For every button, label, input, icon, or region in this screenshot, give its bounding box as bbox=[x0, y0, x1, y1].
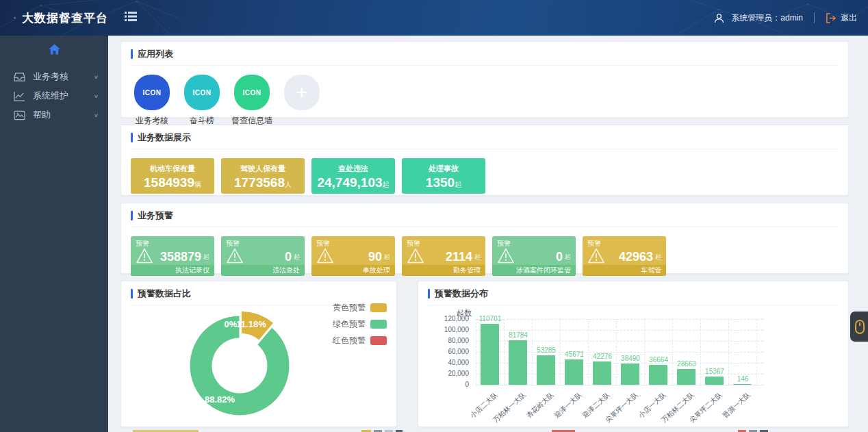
warning-cards-row: 预警358879起执法记录仪预警0起违法查处预警90起事故处理预警2114起勤务… bbox=[131, 236, 839, 276]
warning-card-body: 358879起 bbox=[136, 248, 209, 266]
warning-triangle-icon bbox=[136, 248, 153, 266]
sidebar-menu: 业务考核∨系统维护∨帮助∨ bbox=[0, 62, 108, 125]
app-icon-text: ICON bbox=[193, 89, 212, 97]
bar-value-label: 81784 bbox=[498, 331, 539, 339]
section-header: 应用列表 bbox=[131, 48, 839, 66]
warning-card-5: 预警0起涉酒案件闭环监管 bbox=[492, 236, 576, 276]
data-card-value: 1773568人 bbox=[234, 176, 292, 189]
warning-triangle-icon bbox=[226, 248, 244, 266]
warning-triangle-icon bbox=[587, 248, 605, 266]
logout-icon bbox=[826, 13, 837, 23]
app-item-1[interactable]: ICON业务考核 bbox=[131, 75, 173, 127]
sidebar-home-button[interactable] bbox=[0, 36, 108, 62]
donut-chart: 11.18%88.82%0% bbox=[131, 307, 387, 420]
warning-badge: 预警 bbox=[136, 239, 149, 249]
bar bbox=[537, 355, 555, 385]
title-accent-bar bbox=[131, 289, 133, 298]
y-tick-label: 0 bbox=[428, 381, 469, 388]
logout-button[interactable]: 退出 bbox=[826, 12, 857, 24]
warning-card-4: 预警2114起勤务管理 bbox=[402, 236, 485, 276]
warning-card-2: 预警0起违法查处 bbox=[221, 236, 305, 276]
warning-card-value: 2114 bbox=[446, 250, 472, 264]
chevron-down-icon: ∨ bbox=[94, 112, 99, 118]
y-tick-label: 60,000 bbox=[428, 348, 469, 355]
section-header: 业务预警 bbox=[131, 209, 839, 227]
plus-icon: + bbox=[284, 75, 320, 110]
bar bbox=[705, 377, 724, 385]
value-text: 1350 bbox=[426, 175, 455, 190]
warning-card-label: 执法记录仪 bbox=[131, 265, 214, 276]
warning-card-unit: 起 bbox=[565, 253, 571, 262]
app-item-2[interactable]: ICON奋斗榜 bbox=[181, 75, 223, 127]
warning-card-label: 涉酒案件闭环监管 bbox=[492, 265, 576, 276]
bar-value-label: 15367 bbox=[694, 368, 735, 375]
section-header: 预警数据分布 bbox=[428, 288, 839, 305]
app-item-3[interactable]: ICON督查信息墙 bbox=[231, 75, 273, 127]
grid-line bbox=[672, 319, 673, 385]
pie-percentage-label: 11.18% bbox=[236, 319, 266, 329]
value-text: 1584939 bbox=[144, 175, 194, 190]
value-unit: 起 bbox=[383, 181, 390, 188]
title-accent-bar bbox=[428, 289, 430, 298]
sidebar-item-2[interactable]: 系统维护∨ bbox=[0, 86, 108, 105]
sidebar-item-3[interactable]: 帮助∨ bbox=[0, 105, 108, 125]
add-app-button[interactable]: + bbox=[281, 75, 323, 127]
value-text: 1773568 bbox=[234, 175, 285, 190]
warning-panel: 业务预警 预警358879起执法记录仪预警0起违法查处预警90起事故处理预警21… bbox=[120, 203, 849, 274]
warning-card-label: 事故处理 bbox=[311, 265, 395, 276]
warning-card-1: 预警358879起执法记录仪 bbox=[131, 236, 214, 276]
user-account-label[interactable]: 系统管理员：admin bbox=[731, 12, 803, 24]
donut-chart-svg: 11.18%88.82%0% bbox=[131, 307, 363, 418]
warning-badge: 预警 bbox=[407, 239, 420, 249]
section-title: 业务预警 bbox=[138, 209, 173, 222]
app-icon: ICON bbox=[134, 75, 170, 110]
section-title: 业务数据展示 bbox=[138, 131, 191, 144]
title-accent-bar bbox=[131, 133, 133, 142]
chevron-down-icon: ∨ bbox=[94, 74, 99, 80]
y-tick-label: 40,000 bbox=[428, 359, 469, 366]
bar-chart: 起数 020,00040,00060,00080,000100,000120,0… bbox=[428, 308, 839, 424]
bar-chart-panel: 预警数据分布 起数 020,00040,00060,00080,000100,0… bbox=[418, 281, 849, 427]
warning-card-body: 0起 bbox=[226, 248, 300, 266]
bar-value-label: 146 bbox=[722, 375, 763, 383]
x-category-label: 迎泽一大队 bbox=[552, 390, 585, 420]
hamburger-list-icon bbox=[125, 11, 137, 22]
bar bbox=[509, 340, 527, 385]
line-chart-icon bbox=[14, 90, 26, 102]
warning-card-6: 预警42963起车驾管 bbox=[583, 236, 666, 276]
sidebar-item-1[interactable]: 业务考核∨ bbox=[0, 67, 108, 86]
warning-badge: 预警 bbox=[497, 239, 511, 249]
warning-card-label: 勤务管理 bbox=[402, 265, 485, 276]
warning-badge: 预警 bbox=[587, 239, 601, 249]
grid-line bbox=[616, 319, 617, 385]
app-icon-text: ICON bbox=[143, 89, 162, 97]
warning-card-3: 预警90起事故处理 bbox=[311, 236, 395, 276]
warning-card-label: 车驾管 bbox=[583, 265, 666, 276]
warning-badge: 预警 bbox=[226, 239, 240, 249]
pie-chart-panel: 预警数据占比 黄色预警绿色预警红色预警 11.18%88.82%0% bbox=[120, 281, 397, 427]
value-text: 24,749,103 bbox=[317, 175, 382, 190]
home-icon bbox=[49, 44, 60, 55]
floating-widget-button[interactable] bbox=[850, 312, 868, 342]
warning-badge: 预警 bbox=[316, 239, 330, 249]
apps-row: ICON业务考核ICON奋斗榜ICON督查信息墙+ bbox=[131, 75, 839, 127]
grid-line bbox=[476, 319, 763, 320]
warning-card-value: 358879 bbox=[160, 250, 201, 264]
warning-card-body: 2114起 bbox=[407, 248, 481, 266]
grid-line bbox=[476, 319, 476, 385]
chevron-down-icon: ∨ bbox=[94, 93, 99, 99]
y-tick-label: 20,000 bbox=[428, 370, 469, 377]
bar-value-label: 28663 bbox=[666, 360, 707, 368]
y-tick-label: 120,000 bbox=[428, 315, 469, 322]
bar bbox=[565, 359, 583, 385]
user-icon bbox=[714, 13, 724, 23]
warning-card-value: 0 bbox=[556, 250, 563, 264]
mouse-icon bbox=[855, 320, 865, 334]
header-divider bbox=[814, 12, 815, 23]
warning-card-label: 违法查处 bbox=[221, 265, 305, 276]
grid-line bbox=[504, 319, 505, 385]
data-card-1: 机动车保有量1584939辆 bbox=[131, 158, 214, 194]
grid-line bbox=[644, 319, 645, 385]
warning-triangle-icon bbox=[497, 248, 515, 266]
sidebar-collapse-button[interactable] bbox=[125, 11, 137, 25]
